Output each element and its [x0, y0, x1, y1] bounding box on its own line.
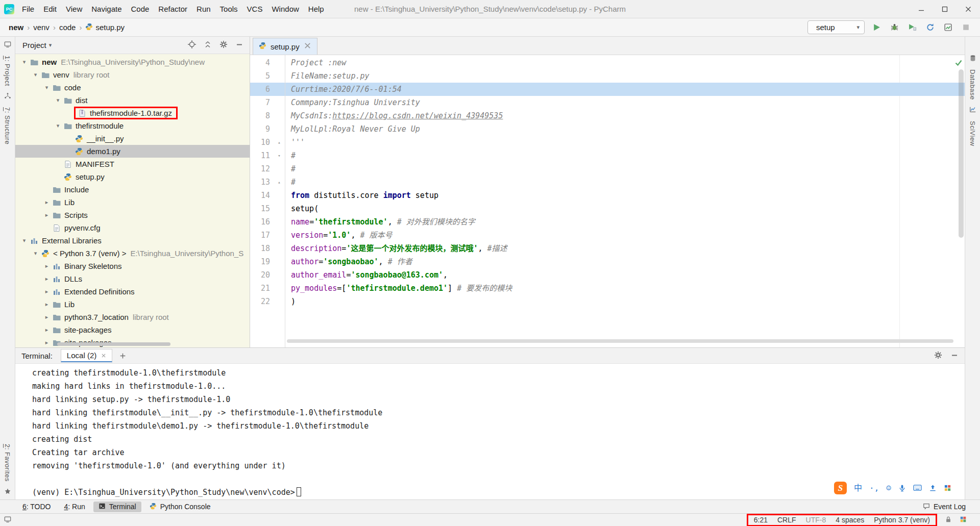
tree-expand-arrow[interactable]: ▸ [42, 301, 52, 308]
editor-horizontal-scrollbar[interactable] [287, 339, 953, 343]
tool-button-structure[interactable]: 7: Structure [4, 107, 11, 144]
indent-style[interactable]: 4 spaces [836, 516, 864, 524]
database-tool-icon[interactable] [969, 55, 976, 63]
project-tool-icon[interactable] [4, 41, 11, 49]
sciview-tool-icon[interactable] [969, 106, 976, 115]
run-button[interactable] [870, 21, 883, 34]
menu-refactor[interactable]: Refactor [154, 2, 192, 16]
breadcrumb-code[interactable]: code [57, 22, 79, 33]
tree-expand-arrow[interactable]: ▾ [19, 237, 29, 244]
tool-button-project[interactable]: 1: Project [4, 56, 11, 86]
new-terminal-button[interactable] [119, 353, 126, 359]
breadcrumb-venv[interactable]: venv [31, 22, 52, 33]
tree-item[interactable]: MANIFEST [15, 158, 250, 170]
tool-button-python-console[interactable]: Python Console [144, 502, 216, 512]
tree-expand-arrow[interactable]: ▾ [19, 59, 29, 65]
menu-help[interactable]: Help [304, 2, 329, 16]
tree-expand-arrow[interactable]: ▾ [42, 84, 52, 91]
run-coverage-button[interactable] [906, 21, 918, 34]
code-line-4[interactable]: 4Project :new [250, 56, 965, 69]
tree-item[interactable]: setup.py [15, 170, 250, 183]
tree-item[interactable]: ▸Lib [15, 196, 250, 209]
tool-button-run[interactable]: 4: Run [59, 502, 90, 512]
tree-expand-arrow[interactable]: ▸ [42, 212, 52, 218]
indicator-icon[interactable] [960, 516, 967, 524]
terminal-tab-local[interactable]: Local (2) [61, 349, 112, 362]
maximize-button[interactable] [933, 0, 957, 18]
terminal-output[interactable]: creating thefirstmodule-1.0\thefirstmodu… [15, 364, 965, 499]
code-line-17[interactable]: 17version='1.0', # 版本号 [250, 229, 965, 242]
ime-skin-icon[interactable] [944, 484, 951, 492]
code-area[interactable]: 4Project :new5FileName:setup.py6Currtime… [250, 55, 965, 347]
tree-item[interactable]: ▾newE:\Tsinghua_University\Python_Study\… [15, 56, 250, 68]
tree-item[interactable]: ▸DLLs [15, 272, 250, 285]
tree-item[interactable]: ▸Binary Skeletons [15, 260, 250, 272]
code-line-22[interactable]: 22) [250, 295, 965, 308]
tree-item[interactable]: __init__.py [15, 132, 250, 145]
close-tab-icon[interactable] [304, 42, 311, 51]
tree-item[interactable]: ▸Lib [15, 298, 250, 311]
menu-file[interactable]: File [17, 2, 39, 16]
ime-emoji-icon[interactable]: ☺ [886, 484, 891, 492]
tree-expand-arrow[interactable]: ▸ [42, 275, 52, 282]
menu-view[interactable]: View [61, 2, 87, 16]
tree-item[interactable]: ▸Extended Definitions [15, 285, 250, 298]
structure-tool-icon[interactable] [4, 92, 11, 101]
tree-item[interactable]: ▸site-packages [15, 323, 250, 336]
line-separator[interactable]: CRLF [777, 516, 796, 524]
debug-button[interactable] [888, 21, 900, 34]
fold-marker-icon[interactable]: ▴ [274, 176, 285, 189]
tree-expand-arrow[interactable]: ▸ [42, 339, 52, 346]
menu-edit[interactable]: Edit [39, 2, 61, 16]
code-line-5[interactable]: 5FileName:setup.py [250, 69, 965, 83]
tree-expand-arrow[interactable]: ▾ [53, 122, 63, 129]
code-line-6[interactable]: 6Currtime:2020/7/6--01:54 [250, 83, 965, 96]
ime-mic-icon[interactable] [898, 484, 906, 492]
menu-run[interactable]: Run [192, 2, 215, 16]
code-line-21[interactable]: 21py_modules=['thefirstmodule.demo1'] # … [250, 282, 965, 295]
hide-panel-button[interactable] [235, 40, 243, 50]
locate-file-button[interactable] [188, 40, 196, 50]
code-line-11[interactable]: 11▾# [250, 149, 965, 162]
tree-item[interactable]: ▸Scripts [15, 209, 250, 221]
rerun-button[interactable] [924, 21, 936, 34]
code-line-14[interactable]: 14from distutils.core import setup [250, 189, 965, 202]
tree-expand-arrow[interactable]: ▸ [42, 199, 52, 206]
sogou-logo-icon[interactable]: S [834, 482, 847, 494]
ime-punctuation-icon[interactable]: ·, [869, 484, 879, 492]
menu-code[interactable]: Code [126, 2, 154, 16]
tab-setup-py[interactable]: setup.py [253, 38, 317, 55]
tree-expand-arrow[interactable]: ▾ [31, 250, 40, 257]
menu-navigate[interactable]: Navigate [87, 2, 126, 16]
code-line-15[interactable]: 15setup( [250, 202, 965, 215]
ime-keyboard-icon[interactable] [913, 485, 922, 491]
tree-item[interactable]: ▾code [15, 81, 250, 94]
menu-window[interactable]: Window [267, 2, 303, 16]
tool-button-terminal[interactable]: Terminal [93, 502, 141, 512]
minimize-button[interactable] [910, 0, 933, 18]
tool-button-todo[interactable]: 6: TODO [17, 502, 56, 512]
tree-expand-arrow[interactable]: ▸ [42, 263, 52, 269]
tree-item[interactable]: pyvenv.cfg [15, 221, 250, 234]
breadcrumb-new[interactable]: new [6, 22, 26, 33]
tree-item[interactable]: ▾< Python 3.7 (venv) >E:\Tsinghua_Univer… [15, 247, 250, 260]
close-terminal-tab-icon[interactable] [101, 351, 106, 360]
breadcrumb-setup.py[interactable]: setup.py [83, 22, 127, 33]
tree-item[interactable]: ▸python3.7_locationlibrary root [15, 311, 250, 323]
tree-expand-arrow[interactable]: ▸ [42, 288, 52, 295]
tool-button-database[interactable]: Database [969, 69, 976, 100]
tree-expand-arrow[interactable]: ▾ [53, 97, 63, 104]
code-line-20[interactable]: 20author_email='songbaobao@163.com', [250, 268, 965, 282]
tree-item[interactable]: ▾External Libraries [15, 234, 250, 247]
python-interpreter[interactable]: Python 3.7 (venv) [874, 516, 930, 524]
run-config-select[interactable]: setup ▾ [807, 20, 865, 34]
settings-gear-icon[interactable] [219, 40, 228, 50]
tree-item[interactable]: ▾venvlibrary root [15, 68, 250, 81]
code-line-13[interactable]: 13▴# [250, 176, 965, 189]
tree-expand-arrow[interactable]: ▸ [42, 314, 52, 320]
event-log-button[interactable]: Event Log [923, 503, 966, 511]
close-button[interactable] [957, 0, 980, 18]
tree-item[interactable]: ▾dist [15, 94, 250, 107]
code-line-18[interactable]: 18description='这是第一个对外发布的模块，测试哦', #描述 [250, 242, 965, 255]
tree-item[interactable]: demo1.py [15, 145, 250, 158]
